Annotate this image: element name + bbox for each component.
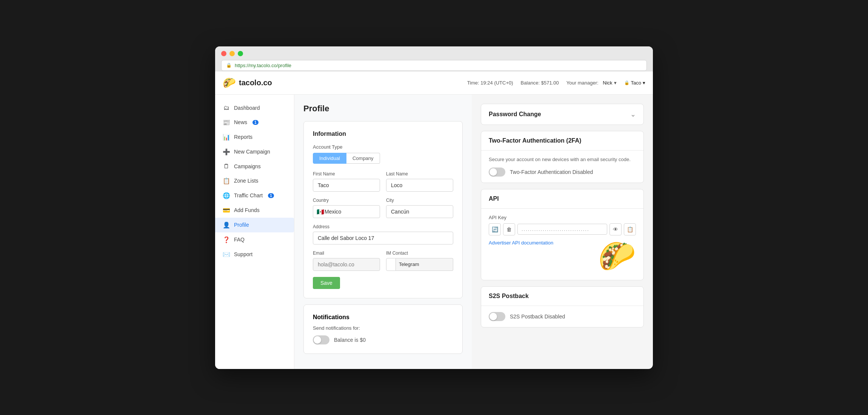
s2s-card: S2S Postback S2S Postback Disabled	[481, 286, 644, 327]
api-header: API	[481, 189, 643, 208]
lock-icon: 🔒	[226, 63, 232, 68]
sidebar-item-campaigns[interactable]: 🗒 Campaigns	[215, 159, 294, 174]
s2s-toggle-row: S2S Postback Disabled	[489, 312, 636, 321]
api-key-row: 🔄 🗑 👁 📋	[489, 223, 636, 235]
profile-icon: 👤	[223, 221, 230, 229]
contact-row: Email IM Contact Telegram Skype WhatsApp	[313, 251, 453, 271]
toggle-knob	[314, 336, 321, 344]
api-show-button[interactable]: 👁	[609, 223, 622, 235]
add-funds-icon: 💳	[223, 207, 230, 214]
sidebar-item-dashboard[interactable]: 🗂 Dashboard	[215, 101, 294, 115]
sidebar-item-traffic-chart[interactable]: 🌐 Traffic Chart 1	[215, 188, 294, 203]
sidebar-item-new-campaign[interactable]: ➕ New Campaign	[215, 144, 294, 159]
logo[interactable]: 🌮 tacolo.co	[223, 77, 272, 89]
email-label: Email	[313, 251, 380, 256]
s2s-toggle[interactable]	[489, 312, 505, 321]
api-key-input	[517, 224, 607, 235]
country-flag: 🇲🇽	[317, 208, 324, 215]
last-name-label: Last Name	[386, 171, 453, 177]
account-type-label: Account Type	[313, 144, 453, 150]
dashboard-icon: 🗂	[223, 105, 230, 111]
address-row: Address	[313, 224, 453, 244]
user-menu-button[interactable]: 🔒 Taco ▾	[624, 80, 645, 86]
sidebar-item-label: Dashboard	[234, 105, 260, 111]
sidebar-item-zone-lists[interactable]: 📋 Zone Lists	[215, 174, 294, 188]
information-card: Information Account Type Individual Comp…	[303, 121, 463, 298]
news-badge: 1	[252, 120, 259, 125]
traffic-chart-badge: 1	[268, 193, 274, 198]
sidebar-item-reports[interactable]: 📊 Reports	[215, 130, 294, 144]
sidebar-item-label: News	[234, 119, 247, 125]
address-input[interactable]	[313, 232, 453, 244]
last-name-input[interactable]	[386, 179, 453, 192]
s2s-title: S2S Postback	[489, 293, 529, 300]
s2s-header: S2S Postback	[481, 287, 643, 306]
city-label: City	[386, 198, 453, 203]
sidebar-item-profile[interactable]: 👤 Profile	[215, 218, 294, 232]
first-name-label: First Name	[313, 171, 380, 177]
sidebar-item-news[interactable]: 📰 News 1	[215, 115, 294, 130]
s2s-body: S2S Postback Disabled	[481, 306, 643, 327]
sidebar-item-label: Support	[234, 251, 252, 257]
notifications-title: Notifications	[313, 314, 453, 321]
reports-icon: 📊	[223, 134, 230, 141]
information-title: Information	[313, 131, 453, 137]
twofa-card: Two-Factor Authentication (2FA) Secure y…	[481, 131, 644, 183]
user-lock-icon: 🔒	[624, 80, 629, 85]
name-row: First Name Last Name	[313, 171, 453, 192]
balance-toggle-row: Balance is $0	[313, 335, 453, 344]
minimize-button[interactable]	[229, 51, 235, 56]
api-refresh-button[interactable]: 🔄	[489, 223, 501, 235]
maximize-button[interactable]	[238, 51, 243, 56]
company-btn[interactable]: Company	[346, 153, 380, 164]
api-title: API	[489, 195, 499, 202]
notifications-subtitle: Send notifications for:	[313, 325, 453, 331]
individual-btn[interactable]: Individual	[313, 153, 346, 164]
url-display: https://my.tacolo.co/profile	[235, 63, 291, 68]
faq-icon: ❓	[223, 236, 230, 243]
sidebar-item-label: Campaigns	[234, 163, 261, 169]
sidebar-item-label: New Campaign	[234, 149, 270, 155]
balance-toggle-label: Balance is $0	[334, 337, 366, 343]
account-type-toggle: Individual Company	[313, 153, 453, 164]
balance-toggle[interactable]	[313, 335, 329, 344]
im-contact-group: IM Contact Telegram Skype WhatsApp	[386, 251, 453, 271]
password-change-header[interactable]: Password Change ⌄	[481, 104, 643, 124]
im-platform-select[interactable]: Telegram Skype WhatsApp	[396, 258, 453, 271]
save-button[interactable]: Save	[313, 277, 340, 289]
city-input[interactable]	[386, 205, 453, 218]
sidebar-item-faq[interactable]: ❓ FAQ	[215, 232, 294, 247]
api-card: API API Key 🔄 🗑 👁 📋 Advertiser API docum…	[481, 189, 644, 280]
twofa-title: Two-Factor Authentication (2FA)	[489, 137, 581, 144]
zone-lists-icon: 📋	[223, 177, 230, 184]
account-type-section: Account Type Individual Company	[313, 144, 453, 164]
sidebar: 🗂 Dashboard 📰 News 1 📊 Reports ➕ New Cam…	[215, 95, 294, 369]
page-title: Profile	[303, 104, 463, 114]
api-key-label: API Key	[489, 215, 636, 220]
s2s-knob	[489, 313, 497, 320]
first-name-input[interactable]	[313, 179, 380, 192]
twofa-header: Two-Factor Authentication (2FA)	[481, 131, 643, 150]
sidebar-item-support[interactable]: ✉️ Support	[215, 247, 294, 262]
im-contact-label: IM Contact	[386, 251, 453, 256]
logo-icon: 🌮	[223, 77, 236, 89]
api-body: API Key 🔄 🗑 👁 📋 Advertiser API documenta…	[481, 208, 643, 280]
country-group: Country 🇲🇽 Mexico	[313, 198, 380, 218]
api-delete-button[interactable]: 🗑	[503, 223, 515, 235]
api-doc-link[interactable]: Advertiser API documentation	[489, 240, 553, 246]
api-copy-button[interactable]: 📋	[624, 223, 636, 235]
city-group: City	[386, 198, 453, 218]
new-campaign-icon: ➕	[223, 148, 230, 155]
sidebar-item-label: Traffic Chart	[234, 192, 263, 198]
sidebar-item-label: Profile	[234, 222, 249, 228]
close-button[interactable]	[221, 51, 226, 56]
twofa-knob	[489, 168, 497, 176]
im-input[interactable]	[386, 258, 396, 271]
balance-display: Balance: $571.00	[521, 80, 559, 86]
sidebar-item-add-funds[interactable]: 💳 Add Funds	[215, 203, 294, 218]
sidebar-item-label: Add Funds	[234, 207, 260, 213]
email-group: Email	[313, 251, 380, 271]
last-name-group: Last Name	[386, 171, 453, 192]
manager-link[interactable]: Nick	[603, 80, 612, 86]
twofa-toggle[interactable]	[489, 168, 505, 177]
